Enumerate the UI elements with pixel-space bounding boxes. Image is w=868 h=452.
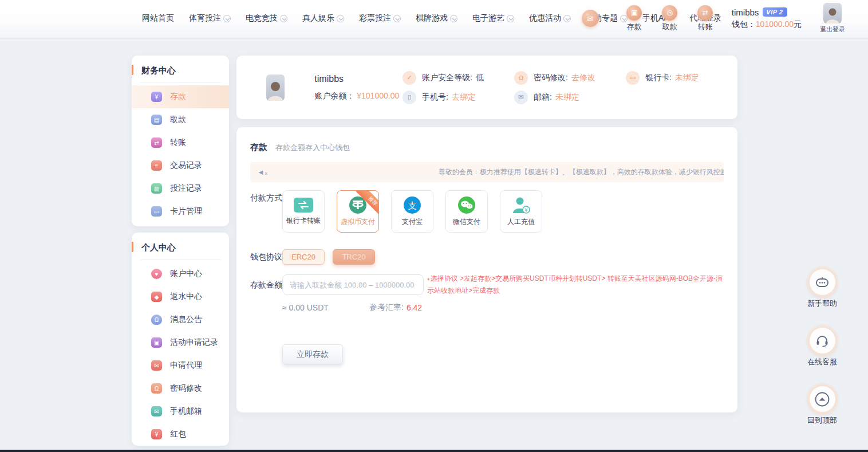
payment-manual-recharge[interactable]: ¥ 人工充值 bbox=[500, 190, 542, 233]
required-asterisk: * bbox=[427, 277, 430, 285]
balance-value: ¥101000.00 bbox=[357, 91, 399, 100]
sidebar-item-account-center[interactable]: ♥ 账户中心 bbox=[132, 262, 229, 285]
payment-bank-transfer[interactable]: 银行卡转账 bbox=[282, 190, 325, 233]
back-to-top-button[interactable]: 回到顶部 bbox=[807, 386, 837, 426]
sidebar-item-label: 密码修改 bbox=[170, 383, 202, 394]
manual-recharge-icon: ¥ bbox=[511, 196, 531, 214]
profile-summary-card: timibbs 账户余额： ¥101000.00 ✓ 账户安全等级: 低 Ω 密… bbox=[236, 56, 737, 119]
deposit-instructions: *选择协议 >发起存款>交易所购买USDT币种并划转USDT> 转账至天美社区源… bbox=[427, 274, 729, 296]
quick-withdraw-button[interactable]: ◎ 取款 bbox=[657, 5, 682, 32]
nav-item-home[interactable]: 网站首页 bbox=[142, 13, 174, 23]
usdt-estimate: ≈ 0.00 USDT bbox=[282, 303, 369, 312]
alipay-icon: 支 bbox=[403, 196, 421, 214]
sidebar-item-label: 投注记录 bbox=[170, 183, 202, 194]
red-packet-icon: ¥ bbox=[151, 429, 162, 439]
nav-item-slots[interactable]: 电子游艺 bbox=[472, 13, 514, 23]
password-change-link[interactable]: 去修改 bbox=[571, 73, 595, 83]
bank-card-transfer-icon bbox=[293, 197, 314, 213]
betting-records-icon: ▥ bbox=[151, 183, 162, 194]
sidebar-item-rebate-center[interactable]: ◆ 返水中心 bbox=[132, 285, 229, 308]
payment-method-label: 付款方式 bbox=[250, 193, 282, 203]
arrow-up-icon bbox=[810, 386, 835, 412]
quick-withdraw-label: 取款 bbox=[662, 22, 677, 32]
rate-label: 参考汇率: bbox=[369, 302, 404, 313]
note-text: 选择协议 >发起存款>交易所购买USDT币种并划转USDT> 转账至天美社区源码… bbox=[427, 274, 723, 294]
quick-deposit-button[interactable]: ▣ 存款 bbox=[622, 5, 647, 32]
nav-item-live-casino[interactable]: 真人娱乐 bbox=[302, 13, 344, 23]
nav-label: 棋牌游戏 bbox=[416, 13, 448, 23]
sidebar-item-label: 卡片管理 bbox=[170, 206, 202, 217]
phone-item: ▯ 手机号: 去绑定 bbox=[403, 91, 514, 104]
payment-wechat[interactable]: 微信支付 bbox=[445, 190, 488, 233]
sidebar-item-label: 手机邮箱 bbox=[170, 406, 202, 416]
phone-bind-link[interactable]: 去绑定 bbox=[452, 92, 476, 103]
sidebar-item-betting-records[interactable]: ▥ 投注记录 bbox=[132, 177, 229, 200]
newbie-help-button[interactable]: 新手帮助 bbox=[807, 269, 837, 309]
nav-item-esports[interactable]: 电竞竞技 bbox=[246, 13, 287, 23]
lock-icon: Ω bbox=[151, 383, 162, 394]
nav-label: 真人娱乐 bbox=[302, 13, 334, 23]
sidebar-item-apply-agent[interactable]: ✉ 申请代理 bbox=[132, 354, 229, 377]
section-accent-bar bbox=[132, 65, 133, 75]
payment-crypto[interactable]: 虚拟币支付 推荐 bbox=[337, 190, 379, 233]
bankcard-item: ▭ 银行卡: 未绑定 bbox=[626, 71, 737, 85]
message-icon[interactable]: ✉ bbox=[582, 10, 599, 27]
svg-text:¥: ¥ bbox=[524, 207, 528, 213]
nav-item-promotions[interactable]: 优惠活动 bbox=[529, 13, 571, 23]
vip-badge: VIP 2 bbox=[763, 7, 787, 17]
section-title: 财务中心 bbox=[141, 65, 176, 75]
quick-transfer-button[interactable]: ⇄ 转账 bbox=[693, 5, 718, 32]
security-level-item: ✓ 账户安全等级: 低 bbox=[403, 71, 514, 85]
nav-label: 电子游艺 bbox=[472, 13, 504, 23]
payment-alipay[interactable]: 支 支付宝 bbox=[391, 190, 433, 233]
sidebar-item-transaction-records[interactable]: ≡ 交易记录 bbox=[132, 154, 229, 177]
speaker-icon: ◄᙮ bbox=[257, 168, 268, 176]
bankcard-bind-link[interactable]: 未绑定 bbox=[675, 73, 699, 83]
back-to-top-label: 回到顶部 bbox=[807, 415, 837, 426]
email-bind-link[interactable]: 未绑定 bbox=[555, 92, 579, 103]
bankcard-label: 银行卡: bbox=[645, 73, 672, 83]
sidebar-item-label: 转账 bbox=[170, 137, 186, 148]
sidebar-item-red-packet[interactable]: ¥ 红包 bbox=[132, 423, 229, 446]
lock-icon: Ω bbox=[514, 71, 528, 85]
online-service-label: 在线客服 bbox=[807, 357, 837, 367]
password-label: 密码修改: bbox=[534, 73, 568, 83]
sidebar-item-phone-email[interactable]: ✉ 手机邮箱 bbox=[132, 400, 229, 423]
sidebar-item-announcements[interactable]: Ω 消息公告 bbox=[132, 308, 229, 331]
sidebar-item-activity-applications[interactable]: ▣ 活动申请记录 bbox=[132, 331, 229, 354]
bank-card-icon: ▭ bbox=[626, 71, 640, 85]
deposit-now-button[interactable]: 立即存款 bbox=[282, 344, 343, 364]
email-label: 邮箱: bbox=[534, 92, 552, 103]
logout-button[interactable]: 退出登录 bbox=[820, 3, 845, 34]
payment-label: 微信支付 bbox=[453, 217, 480, 227]
sidebar-item-transfer[interactable]: ⇄ 转账 bbox=[132, 131, 229, 154]
deposit-amount-input[interactable] bbox=[282, 274, 424, 295]
activity-application-icon: ▣ bbox=[151, 337, 162, 348]
sidebar-item-label: 红包 bbox=[170, 429, 186, 439]
nav-item-sports[interactable]: 体育投注 bbox=[189, 13, 231, 23]
sidebar-item-deposit[interactable]: ¥ 存款 bbox=[132, 85, 229, 108]
deposit-amount-label: 存款金额 bbox=[250, 280, 282, 290]
chevron-down-icon bbox=[223, 15, 231, 22]
shield-icon: ✓ bbox=[403, 71, 416, 85]
sidebar-item-change-password[interactable]: Ω 密码修改 bbox=[132, 377, 229, 400]
bell-icon: Ω bbox=[151, 315, 162, 325]
protocol-erc20-button[interactable]: ERC20 bbox=[282, 249, 325, 265]
withdraw-icon: ▤ bbox=[151, 115, 162, 125]
rate-value: 6.42 bbox=[407, 303, 422, 312]
sidebar-item-label: 申请代理 bbox=[170, 360, 202, 371]
transfer-icon: ⇄ bbox=[697, 5, 713, 21]
user-summary: timibbs VIP 2 钱包：101000.00元 bbox=[732, 7, 802, 30]
phone-label: 手机号: bbox=[422, 92, 448, 103]
security-label: 账户安全等级: bbox=[422, 73, 472, 83]
nav-item-lottery[interactable]: 彩票投注 bbox=[359, 13, 401, 23]
profile-username: timibbs bbox=[314, 74, 403, 84]
sidebar-item-withdraw[interactable]: ▤ 取款 bbox=[132, 108, 229, 131]
sidebar-item-card-management[interactable]: ▭ 卡片管理 bbox=[132, 200, 229, 223]
deposit-subtitle: 存款金额存入中心钱包 bbox=[275, 143, 350, 153]
robot-icon bbox=[810, 269, 835, 295]
protocol-trc20-button[interactable]: TRC20 bbox=[333, 249, 375, 265]
apply-agent-icon: ✉ bbox=[151, 360, 162, 371]
nav-item-board-games[interactable]: 棋牌游戏 bbox=[416, 13, 457, 23]
online-service-button[interactable]: 在线客服 bbox=[807, 328, 837, 367]
